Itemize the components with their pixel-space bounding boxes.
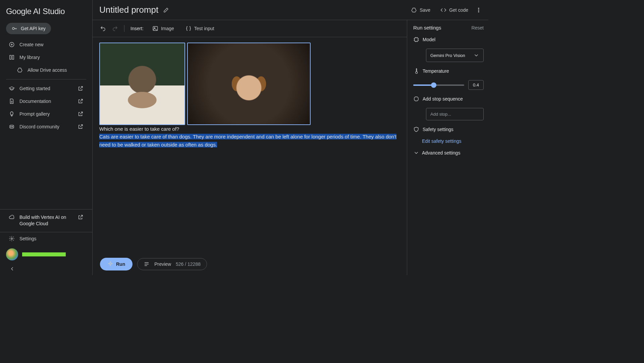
- prompt-question-text: Which one is easier to take care of?: [99, 126, 179, 132]
- documentation-link[interactable]: Documentation: [0, 95, 92, 108]
- undo-icon[interactable]: [100, 25, 106, 32]
- external-link-icon: [77, 124, 84, 130]
- doc-icon: [9, 98, 15, 104]
- getting-started-link[interactable]: Getting started: [0, 82, 92, 95]
- shield-icon: [413, 126, 419, 132]
- gear-icon: [9, 236, 15, 242]
- safety-settings-label: Safety settings: [423, 127, 453, 132]
- svg-point-0: [12, 27, 14, 29]
- drive-access-label: Allow Drive access: [28, 67, 67, 73]
- prompt-canvas[interactable]: Which one is easier to take care of? Cat…: [93, 37, 407, 253]
- my-library-button[interactable]: My library: [0, 51, 92, 64]
- svg-point-7: [11, 238, 13, 240]
- run-button[interactable]: Run: [100, 258, 132, 270]
- svg-point-9: [478, 9, 479, 10]
- insert-label: Insert:: [130, 26, 144, 31]
- svg-rect-13: [415, 38, 418, 42]
- svg-point-10: [478, 11, 479, 12]
- settings-label: Settings: [19, 236, 37, 241]
- get-code-label: Get code: [449, 7, 468, 13]
- drive-icon: [17, 67, 23, 73]
- test-input-button[interactable]: Test input: [183, 23, 217, 34]
- advanced-settings-toggle[interactable]: Advanced settings: [413, 150, 484, 156]
- drive-save-icon: [411, 7, 417, 13]
- plus-circle-icon: [9, 42, 15, 48]
- preview-label: Preview: [154, 261, 171, 267]
- discord-label: Discord community: [19, 124, 59, 129]
- lightbulb-icon: [9, 111, 15, 117]
- svg-rect-2: [10, 55, 11, 59]
- save-button[interactable]: Save: [408, 5, 433, 15]
- chevron-left-icon: [9, 266, 15, 272]
- external-link-icon: [77, 85, 84, 92]
- stop-sequence-input[interactable]: Add stop...: [426, 108, 484, 120]
- insert-image-label: Image: [161, 26, 174, 31]
- avatar[interactable]: [6, 248, 18, 260]
- braces-icon: [185, 25, 192, 32]
- run-settings-title: Run settings: [413, 25, 441, 31]
- allow-drive-access-button[interactable]: Allow Drive access: [0, 64, 92, 76]
- temperature-input[interactable]: 0.4: [468, 80, 484, 90]
- code-icon: [440, 7, 446, 13]
- create-new-button[interactable]: Create new: [0, 38, 92, 51]
- advanced-settings-label: Advanced settings: [422, 150, 460, 156]
- getting-started-label: Getting started: [19, 86, 50, 91]
- create-new-label: Create new: [19, 42, 44, 47]
- documentation-label: Documentation: [19, 99, 51, 104]
- external-link-icon: [77, 214, 84, 220]
- run-label: Run: [116, 261, 125, 267]
- prompt-title: Untitled prompt: [99, 5, 158, 15]
- reset-button[interactable]: Reset: [471, 25, 484, 31]
- get-api-key-button[interactable]: Get API key: [6, 23, 51, 34]
- image-icon: [152, 25, 158, 32]
- model-response-text: Cats are easier to take care of than dog…: [99, 134, 396, 147]
- prompt-gallery-link[interactable]: Prompt gallery: [0, 108, 92, 120]
- model-icon: [413, 37, 419, 43]
- edit-safety-link[interactable]: Edit safety settings: [413, 138, 484, 144]
- get-code-button[interactable]: Get code: [438, 5, 471, 15]
- collapse-sidebar-button[interactable]: [0, 264, 92, 275]
- more-icon[interactable]: [476, 7, 482, 13]
- sparkle-icon: [107, 261, 113, 267]
- stop-sequence-label: Add stop sequence: [423, 96, 463, 102]
- stop-icon: [413, 96, 419, 102]
- cloud-icon: [9, 214, 15, 220]
- thermometer-icon: [413, 68, 419, 74]
- insert-image-button[interactable]: Image: [150, 23, 177, 34]
- prompt-image-cat[interactable]: [99, 43, 185, 125]
- discord-icon: [9, 124, 15, 130]
- external-link-icon: [77, 98, 84, 104]
- svg-point-5: [11, 126, 11, 127]
- prompt-image-dog[interactable]: [187, 43, 311, 125]
- save-label: Save: [420, 7, 430, 13]
- model-select[interactable]: Gemini Pro Vision: [426, 49, 484, 62]
- model-value: Gemini Pro Vision: [430, 53, 465, 58]
- key-icon: [11, 25, 17, 32]
- svg-rect-3: [12, 55, 14, 59]
- svg-point-8: [478, 8, 479, 8]
- chevron-down-icon: [413, 150, 419, 156]
- model-label: Model: [423, 37, 435, 42]
- chevron-down-icon: [473, 52, 479, 58]
- my-library-label: My library: [19, 55, 40, 60]
- redo-icon: [112, 25, 118, 32]
- app-logo: Google AI Studio: [0, 0, 92, 23]
- build-vertex-link[interactable]: Build with Vertex AI on Google Cloud: [0, 209, 92, 232]
- preview-button[interactable]: Preview 526 / 12288: [137, 258, 207, 270]
- api-key-label: Get API key: [21, 26, 46, 31]
- notes-icon: [144, 261, 150, 267]
- svg-point-6: [12, 126, 13, 127]
- edit-icon[interactable]: [163, 7, 169, 13]
- school-icon: [9, 85, 15, 92]
- discord-link[interactable]: Discord community: [0, 120, 92, 133]
- build-vertex-label: Build with Vertex AI on Google Cloud: [19, 214, 73, 227]
- token-count: 526 / 12288: [176, 261, 201, 267]
- svg-rect-4: [10, 125, 14, 128]
- test-input-label: Test input: [194, 26, 214, 31]
- prompt-gallery-label: Prompt gallery: [19, 111, 50, 117]
- temperature-label: Temperature: [423, 68, 449, 74]
- external-link-icon: [77, 111, 84, 117]
- username-redacted: [22, 252, 66, 256]
- temperature-slider[interactable]: [413, 84, 464, 86]
- settings-button[interactable]: Settings: [0, 232, 92, 245]
